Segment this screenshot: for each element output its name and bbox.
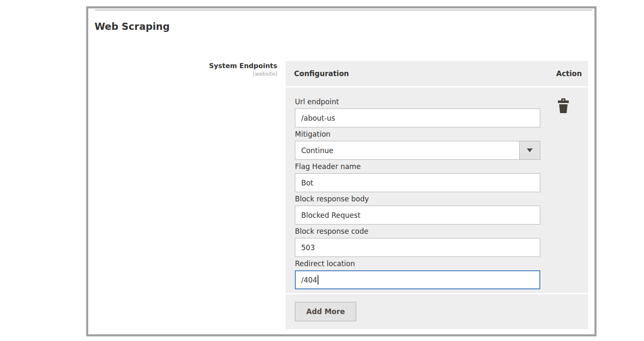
add-more-button[interactable]: Add More: [295, 302, 356, 321]
flag-header-name-input[interactable]: [295, 173, 540, 192]
table-footer-row: Add More: [286, 294, 588, 329]
url-endpoint-input[interactable]: [295, 108, 540, 127]
flag-header-name-group: Flag Header name: [295, 163, 540, 192]
delete-row-button[interactable]: [558, 98, 569, 114]
redirect-location-group: Redirect location /404: [295, 260, 540, 289]
flag-header-name-label: Flag Header name: [295, 163, 540, 171]
config-scope-label: [website]: [88, 71, 277, 77]
section-divider: [95, 9, 592, 11]
config-panel: Web Scraping System Endpoints [website] …: [86, 6, 597, 336]
mitigation-group: Mitigation Continue: [295, 130, 540, 160]
url-endpoint-group: Url endpoint: [295, 98, 540, 127]
trash-icon: [558, 98, 569, 113]
block-response-code-label: Block response code: [295, 227, 540, 235]
mitigation-selected-value: Continue: [295, 141, 519, 159]
mitigation-label: Mitigation: [295, 130, 540, 138]
chevron-down-icon[interactable]: [519, 141, 540, 159]
system-endpoints-table: Configuration Action Url endpoint Mitiga…: [286, 61, 588, 329]
block-response-body-label: Block response body: [295, 195, 540, 203]
block-response-body-input[interactable]: [295, 206, 540, 225]
column-header-configuration: Configuration: [294, 69, 349, 78]
row-action-cell: [558, 98, 569, 114]
text-cursor: [318, 275, 318, 285]
mitigation-select[interactable]: Continue: [295, 141, 540, 160]
endpoint-row: Url endpoint Mitigation Continue Flag He…: [286, 87, 588, 293]
field-label-column: System Endpoints [website]: [88, 62, 277, 77]
url-endpoint-label: Url endpoint: [295, 98, 540, 106]
page-title: Web Scraping: [95, 21, 170, 32]
redirect-location-label: Redirect location: [295, 260, 540, 268]
column-header-action: Action: [556, 69, 582, 78]
table-header-row: Configuration Action: [286, 61, 588, 86]
block-response-body-group: Block response body: [295, 195, 540, 225]
block-response-code-input[interactable]: [295, 238, 540, 257]
system-endpoints-label: System Endpoints: [88, 62, 277, 70]
block-response-code-group: Block response code: [295, 227, 540, 257]
redirect-location-value: /404: [301, 276, 317, 284]
redirect-location-input[interactable]: /404: [295, 270, 540, 289]
